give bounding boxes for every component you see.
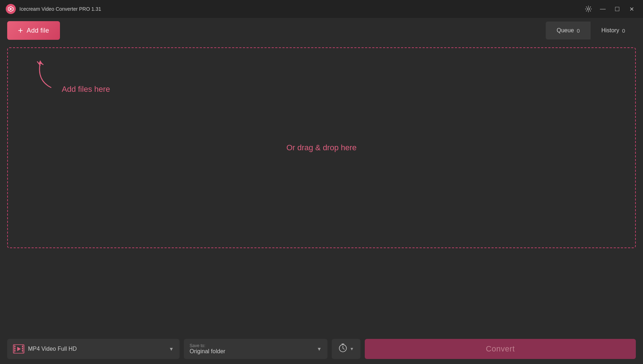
- settings-button[interactable]: [583, 3, 594, 15]
- svg-rect-5: [14, 348, 15, 349]
- queue-label: Queue: [556, 27, 574, 34]
- add-file-label: Add file: [27, 27, 49, 34]
- svg-rect-6: [14, 350, 15, 351]
- save-to-value: Original folder: [190, 348, 317, 355]
- queue-count: 0: [577, 28, 580, 34]
- drop-zone-hint: Add files here: [29, 59, 110, 94]
- add-file-button[interactable]: + Add file: [7, 21, 60, 40]
- add-files-text: Add files here: [62, 85, 110, 94]
- svg-marker-10: [17, 347, 21, 351]
- timer-icon: [338, 343, 348, 355]
- arrow-icon: [29, 59, 58, 91]
- save-to-chevron-icon: ▼: [317, 346, 322, 352]
- toolbar-right: Queue 0 History 0: [546, 22, 636, 39]
- svg-rect-9: [22, 350, 23, 351]
- plus-icon: +: [18, 25, 23, 36]
- film-icon: [13, 344, 24, 354]
- svg-rect-7: [22, 346, 23, 347]
- save-to-selector[interactable]: Save to: Original folder ▼: [184, 339, 327, 359]
- app-logo: [6, 4, 16, 14]
- history-label: History: [601, 27, 619, 34]
- format-chevron-icon: ▼: [169, 346, 174, 352]
- toolbar: + Add file Queue 0 History 0: [0, 18, 643, 43]
- timer-chevron-icon: ▼: [350, 346, 354, 351]
- svg-rect-8: [22, 348, 23, 349]
- title-bar-controls: — ☐ ✕: [583, 3, 637, 15]
- save-to-label: Save to:: [190, 343, 317, 348]
- convert-label: Convert: [486, 344, 515, 353]
- close-button[interactable]: ✕: [626, 3, 637, 15]
- svg-point-0: [587, 8, 590, 10]
- app-title: Icecream Video Converter PRO 1.31: [19, 6, 101, 12]
- save-to-row: Save to: Original folder ▼: [190, 343, 322, 355]
- history-count: 0: [622, 28, 625, 34]
- convert-button[interactable]: Convert: [365, 339, 636, 359]
- title-bar-left: Icecream Video Converter PRO 1.31: [6, 4, 101, 14]
- drag-drop-text: Or drag & drop here: [286, 143, 357, 152]
- format-selector[interactable]: MP4 Video Full HD ▼: [7, 339, 180, 359]
- drop-zone[interactable]: Add files here Or drag & drop here: [7, 47, 636, 248]
- history-button[interactable]: History 0: [591, 22, 636, 39]
- title-bar: Icecream Video Converter PRO 1.31 — ☐ ✕: [0, 0, 643, 18]
- queue-button[interactable]: Queue 0: [546, 22, 590, 39]
- maximize-button[interactable]: ☐: [611, 3, 623, 15]
- format-label: MP4 Video Full HD: [28, 346, 165, 352]
- timer-button[interactable]: ▼: [332, 339, 360, 359]
- minimize-button[interactable]: —: [597, 3, 609, 15]
- svg-rect-4: [14, 346, 15, 347]
- bottom-bar: MP4 Video Full HD ▼ Save to: Original fo…: [0, 334, 643, 364]
